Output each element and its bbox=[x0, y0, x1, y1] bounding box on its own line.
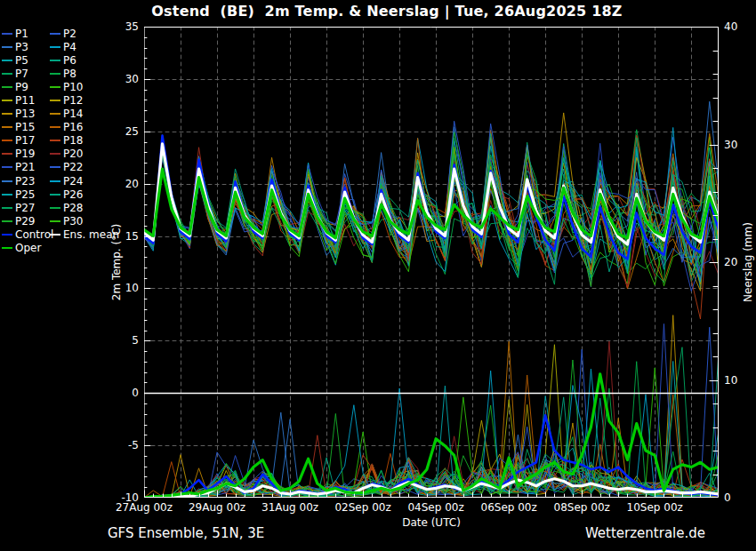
legend-label: P23 bbox=[15, 176, 36, 187]
legend-label: P25 bbox=[15, 189, 36, 200]
legend-color-swatch bbox=[50, 100, 60, 101]
legend-color-swatch bbox=[50, 153, 60, 155]
legend-item: P21 bbox=[2, 161, 53, 174]
legend-item: P3 bbox=[2, 40, 53, 53]
legend-color-swatch bbox=[2, 247, 12, 249]
legend-item: P26 bbox=[50, 188, 119, 201]
legend-item: P27 bbox=[2, 201, 53, 214]
legend-label: P2 bbox=[63, 28, 76, 39]
legend-item: P30 bbox=[50, 214, 119, 228]
legend-color-swatch bbox=[50, 166, 60, 168]
legend-color-swatch bbox=[50, 46, 60, 48]
legend-item: Oper bbox=[2, 242, 53, 255]
meteogram-plot-canvas bbox=[144, 27, 719, 498]
legend-item: P12 bbox=[50, 93, 119, 107]
chart-title: Ostend (BE) 2m Temp. & Neerslag | Tue, 2… bbox=[151, 3, 622, 20]
legend-label: P18 bbox=[63, 135, 84, 146]
legend-color-swatch bbox=[2, 153, 12, 155]
legend-item: P7 bbox=[2, 67, 53, 80]
legend-label: P17 bbox=[15, 135, 36, 146]
legend-item: P20 bbox=[50, 148, 119, 161]
legend-label: P4 bbox=[63, 42, 76, 52]
precip-tick-label: 10 bbox=[724, 375, 754, 386]
legend-label: P20 bbox=[63, 148, 84, 159]
legend-label: P12 bbox=[63, 95, 84, 106]
legend-item: P23 bbox=[2, 174, 53, 188]
legend-label: Control bbox=[15, 229, 53, 240]
legend-color-swatch bbox=[2, 73, 12, 75]
legend-color-swatch bbox=[2, 220, 12, 222]
legend-label: P7 bbox=[15, 68, 28, 79]
legend-label: P29 bbox=[15, 216, 36, 227]
legend-color-swatch bbox=[2, 140, 12, 141]
date-tick-label: 04Sep 00z bbox=[407, 502, 463, 513]
date-tick-label: 06Sep 00z bbox=[481, 502, 537, 513]
temp-tick-label: 25 bbox=[109, 126, 139, 137]
legend-color-swatch bbox=[50, 194, 60, 196]
legend-item: P22 bbox=[50, 161, 119, 174]
legend-item: P4 bbox=[50, 40, 119, 53]
temp-tick-label: -5 bbox=[109, 440, 139, 451]
meteogram-figure: Ostend (BE) 2m Temp. & Neerslag | Tue, 2… bbox=[0, 0, 756, 551]
legend-color-swatch bbox=[50, 126, 60, 128]
legend-item: Control bbox=[2, 228, 53, 241]
legend-color-swatch bbox=[2, 113, 12, 115]
legend-item: P19 bbox=[2, 148, 53, 161]
temp-axis-label: 2m Temp. (°C) bbox=[110, 224, 123, 301]
legend-label: P9 bbox=[15, 82, 28, 92]
legend-label: P19 bbox=[15, 148, 36, 159]
legend-color-swatch bbox=[50, 73, 60, 75]
legend-color-swatch bbox=[50, 33, 60, 35]
legend-label: P6 bbox=[63, 55, 76, 66]
legend-item: P6 bbox=[50, 53, 119, 67]
legend-label: P14 bbox=[63, 108, 84, 119]
legend-column-left: P1P3P5P7P9P11P13P15P17P19P21P23P25P27P29… bbox=[2, 27, 53, 255]
legend-item: P5 bbox=[2, 53, 53, 67]
legend-item: P9 bbox=[2, 80, 53, 93]
legend-label: P27 bbox=[15, 203, 36, 213]
legend-label: P3 bbox=[15, 42, 28, 52]
legend-label: P22 bbox=[63, 162, 84, 172]
legend-label: P21 bbox=[15, 162, 36, 172]
site-credit-text: Wetterzentrale.de bbox=[585, 525, 705, 541]
date-axis-label: Date (UTC) bbox=[402, 516, 461, 529]
legend-item: P11 bbox=[2, 93, 53, 107]
legend-label: P5 bbox=[15, 55, 28, 66]
temp-tick-label: 30 bbox=[109, 74, 139, 84]
legend-label: P15 bbox=[15, 122, 36, 132]
precip-tick-label: 30 bbox=[724, 140, 754, 150]
legend-item: P1 bbox=[2, 27, 53, 40]
legend-color-swatch bbox=[2, 126, 12, 128]
legend-label: P26 bbox=[63, 189, 84, 200]
date-tick-label: 08Sep 00z bbox=[554, 502, 610, 513]
legend-color-swatch bbox=[2, 234, 12, 236]
precip-tick-label: 0 bbox=[724, 492, 754, 503]
legend-label: P13 bbox=[15, 108, 36, 119]
legend-color-swatch bbox=[2, 46, 12, 48]
legend-color-swatch bbox=[2, 166, 12, 168]
legend-color-swatch bbox=[50, 60, 60, 61]
date-tick-label: 27Aug 00z bbox=[116, 502, 173, 513]
legend-label: P24 bbox=[63, 176, 84, 187]
legend-label: P30 bbox=[63, 216, 84, 227]
model-info-text: GFS Ensemble, 51N, 3E bbox=[108, 525, 264, 541]
legend-item: P13 bbox=[2, 108, 53, 121]
temp-tick-label: 5 bbox=[109, 335, 139, 346]
legend-item: P15 bbox=[2, 121, 53, 134]
legend-item: P17 bbox=[2, 134, 53, 148]
legend-color-swatch bbox=[2, 100, 12, 101]
legend-item: P14 bbox=[50, 108, 119, 121]
legend-label: Oper bbox=[15, 243, 41, 253]
date-tick-label: 29Aug 00z bbox=[189, 502, 245, 513]
date-tick-label: 31Aug 00z bbox=[261, 502, 318, 513]
legend-color-swatch bbox=[2, 207, 12, 209]
legend-color-swatch bbox=[50, 86, 60, 88]
legend-label: P1 bbox=[15, 28, 28, 39]
legend-label: P28 bbox=[63, 203, 84, 213]
legend-item: P25 bbox=[2, 188, 53, 201]
legend-item: P29 bbox=[2, 214, 53, 228]
legend-color-swatch bbox=[2, 86, 12, 88]
precip-axis-label: Neerslag (mm) bbox=[742, 222, 754, 302]
legend-label: P8 bbox=[63, 68, 76, 79]
legend-color-swatch bbox=[50, 234, 60, 236]
